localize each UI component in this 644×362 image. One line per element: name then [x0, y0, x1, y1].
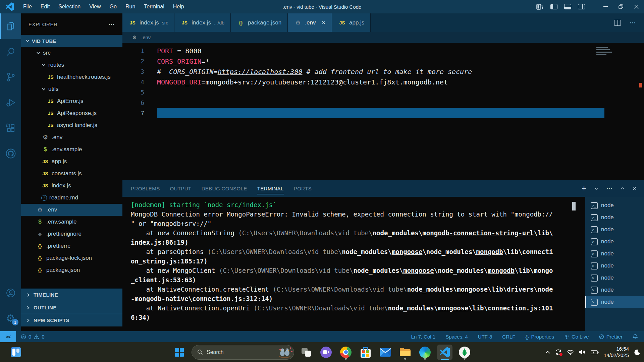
menu-selection[interactable]: Selection [54, 0, 85, 13]
edge-button[interactable] [417, 345, 433, 360]
search-box[interactable]: Search [192, 345, 294, 360]
go-live[interactable]: Go Live [564, 334, 589, 340]
file-ApiError.js[interactable]: JSApiError.js [21, 95, 122, 107]
file-.prettierrc[interactable]: {}.prettierrc [21, 240, 122, 252]
terminal-output[interactable]: [nodemon] starting `node src/index.js`Mo… [122, 197, 585, 331]
mail-button[interactable] [378, 345, 393, 360]
notifications-bell-icon[interactable] [633, 334, 638, 340]
language-mode[interactable]: {} Properties [526, 334, 554, 340]
vscode-taskbar-button[interactable] [437, 345, 452, 360]
menu-terminal[interactable]: Terminal [140, 0, 168, 13]
customize-layout-icon[interactable] [536, 4, 544, 10]
menu-go[interactable]: Go [105, 0, 121, 13]
editor-more-icon[interactable]: ⋯ [630, 19, 636, 26]
file-.env.sample[interactable]: $.env.sample [21, 143, 122, 156]
code-editor[interactable]: 1PORT = 80002CORS_ORIGIN=*3# CORS_ORIGIN… [122, 43, 644, 180]
tab-index.js-0[interactable]: JSindex.jssrc [122, 13, 174, 32]
code-line-6[interactable]: 6 [122, 98, 644, 108]
file-asyncHandler.js[interactable]: JSasyncHandler.js [21, 119, 122, 131]
menu-view[interactable]: View [85, 0, 105, 13]
terminal-instance-3[interactable]: >_node [585, 224, 644, 236]
code-line-3[interactable]: 3# CORS_ORIGIN=https://localhost:300 # a… [122, 66, 644, 77]
tray-chevron-up-icon[interactable] [545, 351, 550, 354]
folder-routes[interactable]: routes [21, 59, 122, 71]
run-debug-icon[interactable] [0, 90, 21, 115]
terminal-instance-2[interactable]: >_node [585, 212, 644, 224]
close-button[interactable] [629, 0, 644, 13]
folder-src[interactable]: src [21, 47, 122, 59]
account-icon[interactable] [0, 280, 21, 306]
extensions-icon[interactable] [0, 115, 21, 141]
microsoft-store-button[interactable] [358, 345, 373, 360]
menu-edit[interactable]: Edit [36, 0, 54, 13]
panel-tab-problems[interactable]: PROBLEMS [131, 180, 160, 197]
file-healthcheck.routes.js[interactable]: JShealthcheck.routes.js [21, 71, 122, 83]
panel-tab-debug-console[interactable]: DEBUG CONSOLE [202, 180, 247, 197]
menu-run[interactable]: Run [121, 0, 140, 13]
wifi-icon[interactable] [567, 350, 574, 355]
panel-tab-output[interactable]: OUTPUT [170, 180, 192, 197]
chrome-button[interactable] [338, 345, 354, 360]
split-editor-icon[interactable] [614, 20, 621, 26]
folder-utils[interactable]: utils [21, 83, 122, 95]
code-line-5[interactable]: 5 [122, 87, 644, 98]
prettier[interactable]: Prettier [599, 334, 623, 340]
volume-icon[interactable] [579, 349, 586, 355]
tab-env-3[interactable]: ⚙.env✕ [288, 13, 332, 32]
search-icon[interactable] [0, 39, 21, 64]
search-highlight-birds-icon[interactable] [277, 347, 292, 358]
indentation[interactable]: Spaces: 4 [445, 334, 468, 340]
start-button[interactable] [172, 345, 187, 360]
terminal-instance-1[interactable]: >_node [585, 199, 644, 212]
close-panel-icon[interactable] [633, 186, 637, 190]
toggle-panel-icon[interactable] [564, 4, 571, 9]
terminal-instance-9[interactable]: >_node [585, 296, 644, 308]
panel-more-icon[interactable]: ⋯ [606, 185, 612, 192]
panel-tab-ports[interactable]: PORTS [294, 180, 312, 197]
explorer-icon[interactable] [0, 13, 21, 39]
new-terminal-icon[interactable]: + [582, 185, 586, 192]
update-sync-icon[interactable] [555, 349, 562, 356]
terminal-instance-5[interactable]: >_node [585, 248, 644, 260]
battery-plugged-icon[interactable] [591, 350, 599, 355]
terminal-dropdown-icon[interactable] [594, 187, 598, 190]
section-outline[interactable]: OUTLINE [21, 301, 122, 314]
file-ApiResponse.js[interactable]: JSApiResponse.js [21, 107, 122, 119]
remote-indicator[interactable]: >< [0, 331, 16, 342]
github-icon[interactable] [0, 141, 21, 166]
tab-package.json-2[interactable]: {}package.json [231, 13, 288, 32]
widgets-button[interactable] [8, 345, 23, 360]
problems-summary[interactable]: 0 0 [16, 334, 45, 340]
terminal-scrollbar[interactable] [572, 202, 576, 210]
terminal-instance-4[interactable]: >_node [585, 236, 644, 248]
chat-button[interactable] [318, 345, 334, 360]
section-npm-scripts[interactable]: NPM SCRIPTS [21, 314, 122, 326]
file-.prettierignore[interactable]: ◆.prettierignore [21, 228, 122, 240]
file-index.js[interactable]: JSindex.js [21, 180, 122, 192]
file-readme.md[interactable]: ireadme.md [21, 192, 122, 204]
menu-help[interactable]: Help [169, 0, 189, 13]
menu-file[interactable]: File [19, 0, 36, 13]
encoding[interactable]: UTF-8 [478, 334, 492, 340]
panel-tab-terminal[interactable]: TERMINAL [257, 180, 284, 197]
terminal-instance-8[interactable]: >_node [585, 284, 644, 296]
night-mode-moon-icon[interactable] [634, 349, 641, 356]
code-line-4[interactable]: 4MONGODB_URI=mongodb+srv://youtubeuser:1… [122, 77, 644, 87]
source-control-icon[interactable] [0, 64, 21, 90]
restore-button[interactable] [613, 0, 629, 13]
eol-sequence[interactable]: CRLF [502, 334, 515, 340]
terminal-instance-7[interactable]: >_node [585, 272, 644, 284]
code-line-7[interactable]: 7 [122, 108, 644, 118]
file-app.js[interactable]: JSapp.js [21, 156, 122, 168]
breadcrumb[interactable]: ⚙ .env [122, 32, 644, 43]
minimize-button[interactable] [598, 0, 613, 13]
maximize-panel-icon[interactable] [621, 187, 625, 190]
file-.env[interactable]: ⚙.env [21, 131, 122, 143]
section-timeline[interactable]: TIMELINE [21, 288, 122, 301]
task-view-button[interactable] [299, 345, 314, 360]
tree-root-vid-tube[interactable]: VID TUBE [21, 35, 122, 47]
file-explorer-button[interactable] [397, 345, 413, 360]
code-line-1[interactable]: 1PORT = 8000 [122, 46, 644, 56]
toggle-primary-sidebar-icon[interactable] [550, 4, 557, 9]
file-package-lock.json[interactable]: {}package-lock.json [21, 252, 122, 264]
